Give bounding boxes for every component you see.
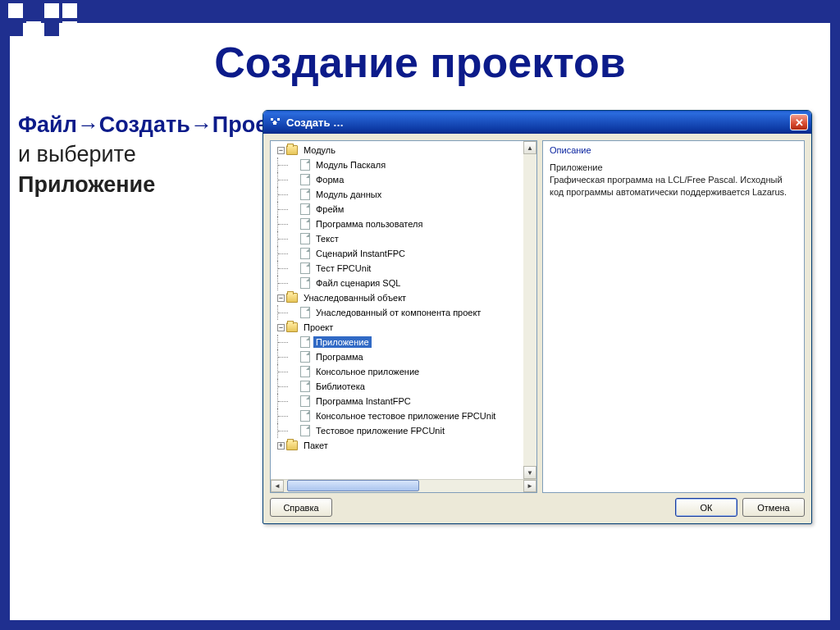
- tree-item-label: Модуль: [301, 144, 338, 156]
- tree-item-label: Форма: [313, 174, 346, 185]
- tree-item[interactable]: Текст: [272, 231, 536, 246]
- tree-item[interactable]: Библиотека: [272, 379, 536, 394]
- tree-item[interactable]: Тестовое приложение FPCUnit: [272, 423, 536, 438]
- tree-item-label: Программа InstantFPC: [313, 395, 413, 407]
- close-icon: ✕: [795, 117, 804, 128]
- folder-icon: [286, 322, 298, 332]
- file-icon: [300, 233, 310, 244]
- tree-item-label: Библиотека: [313, 381, 368, 392]
- tree-item-label: Тестовое приложение FPCUnit: [313, 425, 447, 436]
- horizontal-scrollbar[interactable]: ◄ ►: [271, 479, 536, 492]
- tree-pane: −МодульМодуль ПаскаляФормаМодуль данныхФ…: [270, 140, 537, 493]
- tree-folder[interactable]: −Модуль: [272, 143, 536, 158]
- file-icon: [300, 277, 310, 289]
- tree-item[interactable]: Программа: [272, 349, 536, 364]
- tree-item-label: Приложение: [313, 336, 372, 348]
- file-icon: [300, 248, 310, 259]
- file-icon: [300, 189, 310, 200]
- help-button[interactable]: Справка: [270, 498, 332, 517]
- file-icon: [300, 410, 310, 422]
- tree-item-label: Проект: [301, 322, 336, 333]
- expand-icon[interactable]: +: [277, 442, 285, 450]
- corner-decoration: [8, 3, 77, 36]
- folder-icon: [286, 145, 298, 155]
- tree-item[interactable]: Приложение: [272, 335, 536, 349]
- cancel-button[interactable]: Отмена: [742, 498, 805, 517]
- instruction-text: Файл→Создать→Проект и выберите Приложени…: [13, 110, 259, 524]
- tree-item[interactable]: Фрейм: [272, 202, 536, 217]
- tree-item[interactable]: Консольное приложение: [272, 364, 536, 379]
- tree-item[interactable]: Сценарий InstantFPC: [272, 246, 536, 261]
- file-icon: [300, 336, 310, 348]
- slide-title: Создание проектов: [10, 38, 830, 87]
- tree-item[interactable]: Тест FPCUnit: [272, 261, 536, 276]
- titlebar[interactable]: Создать … ✕: [263, 111, 811, 134]
- tree-folder[interactable]: −Проект: [272, 320, 536, 335]
- tree-item-label: Унаследованный объект: [301, 292, 409, 304]
- tree-item[interactable]: Консольное тестовое приложение FPCUnit: [272, 409, 536, 423]
- description-pane: Описание Приложение Графическая программ…: [542, 140, 805, 493]
- file-icon: [300, 159, 310, 171]
- tree-item-label: Текст: [313, 233, 341, 244]
- file-icon: [300, 174, 310, 185]
- tree-item-label: Модуль Паскаля: [313, 159, 388, 171]
- tree-item-label: Пакет: [301, 440, 331, 451]
- file-icon: [300, 262, 310, 274]
- scroll-down-icon[interactable]: ▼: [523, 466, 536, 479]
- app-icon: [268, 116, 281, 129]
- instruction-bold-path: Файл→Создать→Проект: [18, 112, 290, 137]
- tree-item[interactable]: Файл сценария SQL: [272, 276, 536, 290]
- scroll-right-icon[interactable]: ►: [523, 480, 536, 492]
- file-icon: [300, 395, 310, 407]
- tree-item[interactable]: Унаследованный от компонента проект: [272, 305, 536, 320]
- tree-item-label: Фрейм: [313, 203, 346, 215]
- collapse-icon[interactable]: −: [277, 147, 285, 154]
- close-button[interactable]: ✕: [790, 114, 808, 130]
- collapse-icon[interactable]: −: [277, 324, 285, 331]
- file-icon: [300, 366, 310, 377]
- description-heading: Описание: [550, 144, 797, 157]
- folder-icon: [286, 441, 298, 450]
- tree-item-label: Унаследованный от компонента проект: [313, 307, 483, 318]
- dialog-button-row: Справка ОК Отмена: [270, 498, 805, 517]
- create-dialog: Создать … ✕ −МодульМодуль ПаскаляФормаМо…: [262, 110, 812, 524]
- file-icon: [300, 307, 310, 318]
- file-icon: [300, 351, 310, 363]
- tree-item-label: Консольное тестовое приложение FPCUnit: [313, 410, 498, 422]
- file-icon: [300, 218, 310, 230]
- scrollbar-thumb[interactable]: [287, 480, 419, 491]
- tree-item-label: Программа пользователя: [313, 218, 425, 230]
- tree-item[interactable]: Форма: [272, 172, 536, 187]
- tree-item-label: Тест FPCUnit: [313, 262, 373, 274]
- tree-item-label: Файл сценария SQL: [313, 277, 403, 289]
- description-name: Приложение: [550, 162, 797, 174]
- vertical-scrollbar[interactable]: ▲ ▼: [523, 141, 536, 479]
- tree-item-label: Программа: [313, 351, 366, 363]
- file-icon: [300, 203, 310, 215]
- scroll-up-icon[interactable]: ▲: [523, 141, 536, 154]
- collapse-icon[interactable]: −: [277, 294, 285, 302]
- folder-icon: [286, 293, 298, 303]
- instruction-bold-target: Приложение: [18, 172, 155, 197]
- instruction-mid: и выберите: [18, 142, 136, 167]
- tree-item-label: Сценарий InstantFPC: [313, 248, 408, 259]
- tree-folder[interactable]: +Пакет: [272, 438, 536, 453]
- tree-item[interactable]: Программа пользователя: [272, 217, 536, 231]
- item-tree[interactable]: −МодульМодуль ПаскаляФормаМодуль данныхФ…: [272, 143, 536, 453]
- dialog-title: Создать …: [286, 116, 344, 129]
- file-icon: [300, 381, 310, 392]
- tree-item-label: Модуль данных: [313, 189, 384, 200]
- description-body: Графическая программа на LCL/Free Pascal…: [550, 174, 797, 199]
- ok-button[interactable]: ОК: [675, 498, 737, 517]
- file-icon: [300, 425, 310, 436]
- scroll-left-icon[interactable]: ◄: [271, 480, 284, 492]
- tree-item[interactable]: Модуль данных: [272, 187, 536, 202]
- tree-item[interactable]: Модуль Паскаля: [272, 158, 536, 172]
- tree-folder[interactable]: −Унаследованный объект: [272, 290, 536, 305]
- tree-item-label: Консольное приложение: [313, 366, 422, 377]
- slide-frame: Создание проектов Файл→Создать→Проект и …: [0, 0, 840, 630]
- tree-item[interactable]: Программа InstantFPC: [272, 394, 536, 409]
